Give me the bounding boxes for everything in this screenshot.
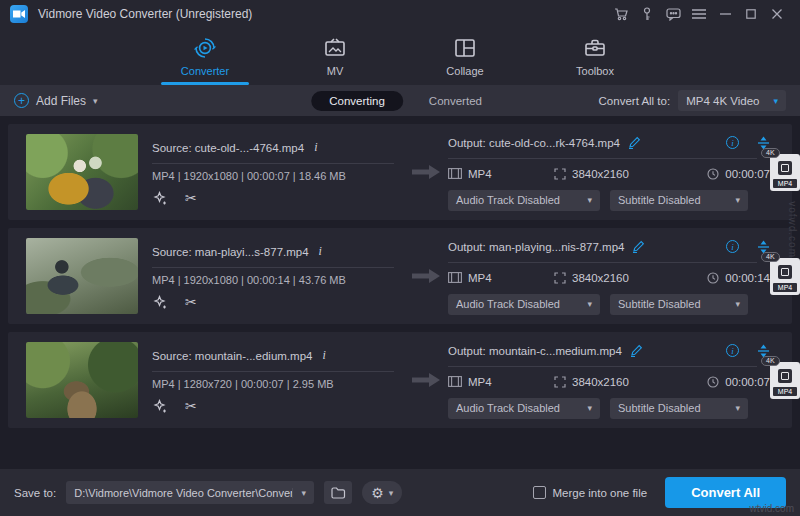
output-block: Output: mountain-c...medium.mp4 i MP4	[448, 342, 770, 419]
tab-collage[interactable]: Collage	[421, 33, 509, 85]
tab-converter[interactable]: Converter	[161, 33, 249, 85]
source-filename: Source: cute-old-...-4764.mp4	[152, 142, 304, 154]
cut-icon[interactable]: ✂	[185, 191, 197, 206]
chevron-down-icon: ▾	[389, 488, 394, 498]
audio-track-dropdown[interactable]: Audio Track Disabled ▾	[448, 294, 600, 315]
format-4k-badge: 4K	[761, 356, 780, 366]
chevron-down-icon: ▾	[587, 299, 592, 309]
resolution-icon	[554, 272, 566, 284]
converting-tab[interactable]: Converting	[311, 91, 403, 111]
converter-icon	[193, 35, 217, 61]
output-info-icon[interactable]: i	[726, 136, 739, 149]
subtitle-dropdown[interactable]: Subtitle Disabled ▾	[610, 190, 748, 211]
audio-track-dropdown[interactable]: Audio Track Disabled ▾	[448, 398, 600, 419]
gear-icon: ⚙	[371, 486, 384, 500]
source-info-icon[interactable]: i	[320, 348, 327, 363]
source-meta: MP4 | 1920x1080 | 00:00:14 | 43.76 MB	[152, 274, 404, 290]
cut-icon[interactable]: ✂	[185, 399, 197, 414]
save-to-label: Save to:	[14, 487, 56, 499]
tab-mv[interactable]: MV	[291, 33, 379, 85]
divider	[448, 262, 757, 263]
footer-bar: Save to: D:\Vidmore\Vidmore Video Conver…	[0, 469, 800, 516]
source-block: Source: mountain-...edium.mp4 i MP4 | 12…	[152, 347, 404, 414]
source-info-icon[interactable]: i	[317, 244, 324, 259]
cart-icon[interactable]	[608, 3, 634, 25]
output-format-icon[interactable]: 4K MP4	[770, 362, 800, 399]
mv-icon	[323, 35, 347, 61]
file-row-1[interactable]: Source: cute-old-...-4764.mp4 i MP4 | 19…	[8, 124, 792, 220]
format-icon-label: MP4	[773, 179, 797, 188]
arrow-right-icon	[404, 268, 448, 284]
format-icon	[448, 168, 462, 179]
save-path-dropdown[interactable]: D:\Vidmore\Vidmore Video Converter\Conve…	[66, 481, 314, 504]
film-reel-icon	[778, 161, 792, 175]
feedback-icon[interactable]	[660, 3, 686, 25]
edit-effects-icon[interactable]	[152, 191, 167, 206]
maximize-icon[interactable]	[738, 3, 764, 25]
film-reel-icon	[778, 265, 792, 279]
video-thumbnail	[26, 342, 138, 418]
output-duration: 00:00:14	[725, 272, 770, 284]
divider	[448, 366, 757, 367]
toolbox-icon	[583, 35, 607, 61]
output-format: MP4	[468, 272, 492, 284]
minimize-icon[interactable]	[712, 3, 738, 25]
close-icon[interactable]	[764, 3, 790, 25]
tab-toolbox-label: Toolbox	[576, 65, 614, 77]
edit-effects-icon[interactable]	[152, 295, 167, 310]
add-files-button[interactable]: + Add Files ▾	[14, 93, 98, 108]
resolution-icon	[554, 376, 566, 388]
open-folder-button[interactable]	[324, 481, 352, 504]
output-format-icon[interactable]: 4K MP4	[770, 154, 800, 191]
divider	[448, 158, 757, 159]
arrow-right-icon	[404, 372, 448, 388]
settings-button[interactable]: ⚙ ▾	[362, 481, 402, 504]
rename-icon[interactable]	[632, 240, 645, 253]
source-meta: MP4 | 1920x1080 | 00:00:07 | 18.46 MB	[152, 170, 404, 186]
output-resolution: 3840x2160	[572, 272, 629, 284]
rename-icon[interactable]	[630, 344, 643, 357]
output-format-icon[interactable]: 4K MP4	[770, 258, 800, 295]
audio-track-value: Audio Track Disabled	[456, 402, 560, 414]
file-row-3[interactable]: Source: mountain-...edium.mp4 i MP4 | 12…	[8, 332, 792, 428]
plus-icon: +	[14, 93, 29, 108]
watermark-right: vofwd.com	[787, 201, 798, 258]
queue-tabs: Converting Converted	[311, 91, 482, 111]
tab-mv-label: MV	[327, 65, 344, 77]
file-row-2[interactable]: Source: man-playi...s-877.mp4 i MP4 | 19…	[8, 228, 792, 324]
chevron-down-icon: ▾	[735, 299, 740, 309]
resolution-icon	[554, 168, 566, 180]
output-info-icon[interactable]: i	[726, 240, 739, 253]
format-4k-badge: 4K	[761, 252, 780, 262]
key-icon[interactable]	[634, 3, 660, 25]
format-icon	[448, 272, 462, 283]
convert-all-to-dropdown[interactable]: MP4 4K Video ▾	[678, 90, 786, 111]
rename-icon[interactable]	[628, 136, 641, 149]
chevron-down-icon: ▾	[735, 195, 740, 205]
merge-checkbox[interactable]	[533, 486, 546, 499]
audio-track-dropdown[interactable]: Audio Track Disabled ▾	[448, 190, 600, 211]
output-resolution: 3840x2160	[572, 168, 629, 180]
divider	[152, 371, 394, 372]
tab-toolbox[interactable]: Toolbox	[551, 33, 639, 85]
watermark-bottom: wtvid.com	[750, 503, 794, 514]
merge-label: Merge into one file	[553, 487, 648, 499]
add-files-caret-icon[interactable]: ▾	[93, 96, 98, 106]
converted-tab[interactable]: Converted	[429, 95, 482, 107]
cut-icon[interactable]: ✂	[185, 295, 197, 310]
merge-into-one-file[interactable]: Merge into one file	[533, 486, 648, 499]
output-format: MP4	[468, 376, 492, 388]
source-info-icon[interactable]: i	[312, 140, 319, 155]
audio-track-value: Audio Track Disabled	[456, 194, 560, 206]
output-filename: Output: cute-old-co...rk-4764.mp4	[448, 137, 620, 149]
output-info-icon[interactable]: i	[726, 344, 739, 357]
menu-icon[interactable]	[686, 3, 712, 25]
main-nav: Converter MV Collage	[0, 28, 800, 85]
subtitle-dropdown[interactable]: Subtitle Disabled ▾	[610, 398, 748, 419]
edit-effects-icon[interactable]	[152, 399, 167, 414]
subtitle-dropdown[interactable]: Subtitle Disabled ▾	[610, 294, 748, 315]
app-window: Vidmore Video Converter (Unregistered)	[0, 0, 800, 516]
tab-collage-label: Collage	[446, 65, 483, 77]
format-icon	[448, 376, 462, 387]
app-logo-icon	[10, 5, 28, 23]
